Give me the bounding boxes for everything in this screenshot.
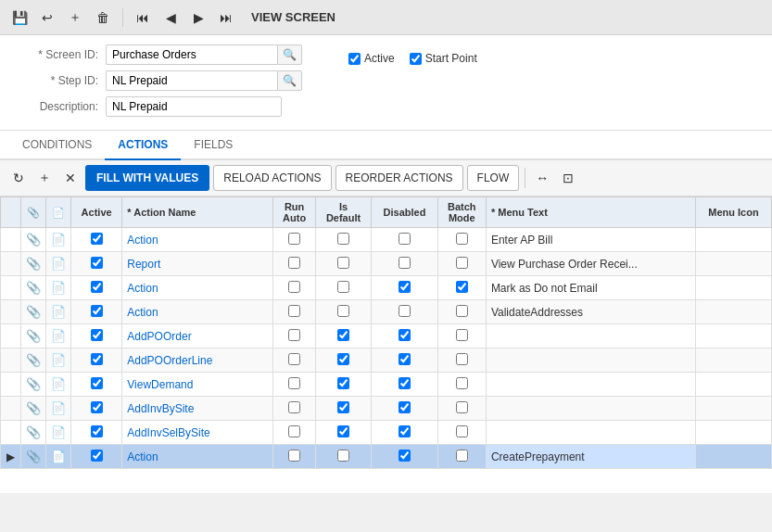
- is-default-cb[interactable]: [337, 329, 349, 341]
- row-run-auto-cell[interactable]: [273, 228, 315, 252]
- row-disabled-cell[interactable]: [372, 228, 437, 252]
- is-default-cb[interactable]: [337, 401, 349, 413]
- row-run-auto-cell[interactable]: [273, 252, 315, 276]
- row-active-cell[interactable]: [71, 348, 122, 373]
- row-disabled-cell[interactable]: [372, 373, 437, 397]
- doc-icon[interactable]: 📄: [51, 425, 66, 439]
- row-active-cell[interactable]: [71, 397, 122, 421]
- tab-conditions[interactable]: CONDITIONS: [9, 131, 105, 160]
- active-cb[interactable]: [91, 425, 103, 437]
- row-is-default-cell[interactable]: [315, 421, 372, 445]
- delete-icon[interactable]: 🗑: [93, 7, 113, 28]
- attach-icon[interactable]: 📎: [26, 450, 41, 463]
- active-cb[interactable]: [91, 257, 103, 269]
- add-icon[interactable]: ＋: [65, 7, 85, 28]
- disabled-cb[interactable]: [399, 425, 411, 437]
- run-auto-cb[interactable]: [288, 401, 300, 413]
- row-is-default-cell[interactable]: [315, 252, 372, 276]
- row-active-cell[interactable]: [71, 300, 122, 324]
- action-name-link[interactable]: ViewDemand: [127, 378, 193, 391]
- doc-icon[interactable]: 📄: [51, 329, 66, 343]
- is-default-cb[interactable]: [337, 425, 349, 437]
- step-id-search-btn[interactable]: 🔍: [277, 70, 302, 91]
- is-default-cb[interactable]: [337, 377, 349, 389]
- active-cb[interactable]: [91, 233, 103, 245]
- row-is-default-cell[interactable]: [315, 276, 372, 300]
- run-auto-cb[interactable]: [288, 425, 300, 437]
- is-default-cb[interactable]: [337, 233, 349, 245]
- expand-icon[interactable]: ↔: [531, 167, 553, 189]
- grid-icon[interactable]: ⊡: [557, 167, 579, 189]
- batch-cb[interactable]: [456, 329, 468, 341]
- attach-icon[interactable]: 📎: [26, 233, 41, 247]
- row-run-auto-cell[interactable]: [273, 324, 315, 348]
- save-icon[interactable]: 💾: [9, 7, 30, 28]
- row-batch-cell[interactable]: [437, 397, 486, 421]
- doc-icon[interactable]: 📄: [51, 353, 66, 367]
- row-active-cell[interactable]: [71, 421, 122, 445]
- attach-icon[interactable]: 📎: [26, 257, 41, 271]
- batch-cb[interactable]: [456, 425, 468, 437]
- disabled-cb[interactable]: [399, 377, 411, 389]
- row-disabled-cell[interactable]: [372, 252, 437, 276]
- is-default-cb[interactable]: [337, 450, 349, 462]
- description-input[interactable]: [106, 96, 282, 117]
- reorder-actions-button[interactable]: REORDER ACTIONS: [335, 165, 463, 191]
- batch-cb[interactable]: [456, 353, 468, 365]
- is-default-cb[interactable]: [337, 281, 349, 293]
- row-run-auto-cell[interactable]: [273, 373, 315, 397]
- attach-icon[interactable]: 📎: [26, 281, 41, 295]
- attach-icon[interactable]: 📎: [26, 425, 41, 439]
- run-auto-cb[interactable]: [288, 233, 300, 245]
- active-checkbox-label[interactable]: Active: [348, 52, 395, 65]
- is-default-cb[interactable]: [337, 353, 349, 365]
- screen-id-search-btn[interactable]: 🔍: [277, 44, 302, 65]
- action-name-link[interactable]: AddInvSelBySite: [127, 426, 209, 439]
- row-disabled-cell[interactable]: [372, 324, 437, 348]
- row-active-cell[interactable]: [71, 228, 122, 252]
- active-checkbox[interactable]: [348, 53, 361, 65]
- action-name-link[interactable]: Report: [127, 258, 160, 271]
- action-name-link[interactable]: AddInvBySite: [127, 402, 194, 415]
- disabled-cb[interactable]: [399, 257, 411, 269]
- disabled-cb[interactable]: [399, 450, 411, 462]
- step-id-input[interactable]: [106, 70, 277, 91]
- action-name-link[interactable]: Action: [127, 282, 158, 295]
- disabled-cb[interactable]: [399, 401, 411, 413]
- start-point-checkbox[interactable]: [410, 53, 422, 65]
- row-batch-cell[interactable]: [437, 445, 486, 469]
- row-is-default-cell[interactable]: [315, 445, 372, 469]
- doc-icon[interactable]: 📄: [51, 257, 66, 271]
- disabled-cb[interactable]: [399, 353, 411, 365]
- row-disabled-cell[interactable]: [372, 397, 437, 421]
- delete-row-icon[interactable]: ✕: [59, 167, 82, 189]
- row-is-default-cell[interactable]: [315, 228, 372, 252]
- attach-icon[interactable]: 📎: [26, 377, 41, 391]
- row-run-auto-cell[interactable]: [273, 348, 315, 373]
- action-name-link[interactable]: AddPOOrder: [127, 330, 191, 343]
- start-point-checkbox-label[interactable]: Start Point: [410, 52, 477, 65]
- batch-cb[interactable]: [456, 233, 468, 245]
- run-auto-cb[interactable]: [288, 450, 300, 462]
- action-name-link[interactable]: Action: [127, 450, 158, 463]
- next-icon[interactable]: ▶: [188, 7, 209, 28]
- batch-cb[interactable]: [456, 257, 468, 269]
- active-cb[interactable]: [91, 281, 103, 293]
- prev-icon[interactable]: ◀: [160, 7, 181, 28]
- row-batch-cell[interactable]: [437, 348, 486, 373]
- action-name-link[interactable]: AddPOOrderLine: [127, 354, 212, 367]
- row-batch-cell[interactable]: [437, 252, 486, 276]
- row-active-cell[interactable]: [71, 324, 122, 348]
- row-batch-cell[interactable]: [437, 276, 486, 300]
- row-active-cell[interactable]: [71, 373, 122, 397]
- reload-actions-button[interactable]: RELOAD ACTIONS: [213, 165, 331, 191]
- row-run-auto-cell[interactable]: [273, 276, 315, 300]
- row-run-auto-cell[interactable]: [273, 397, 315, 421]
- run-auto-cb[interactable]: [288, 305, 300, 317]
- batch-cb[interactable]: [456, 305, 468, 317]
- run-auto-cb[interactable]: [288, 281, 300, 293]
- batch-cb[interactable]: [456, 281, 468, 293]
- row-batch-cell[interactable]: [437, 421, 486, 445]
- active-cb[interactable]: [91, 450, 103, 462]
- disabled-cb[interactable]: [399, 329, 411, 341]
